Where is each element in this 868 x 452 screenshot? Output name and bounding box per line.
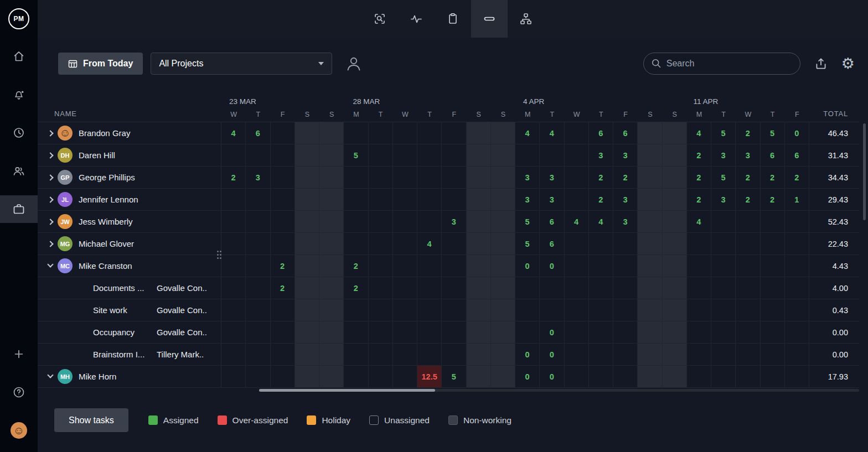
- day-cell[interactable]: 2: [589, 189, 613, 210]
- expand-chevron-icon[interactable]: [47, 130, 53, 136]
- day-cell[interactable]: [515, 321, 540, 343]
- day-cell[interactable]: [221, 189, 246, 210]
- day-cell[interactable]: [271, 167, 295, 188]
- day-cell[interactable]: [663, 255, 687, 277]
- day-cell[interactable]: [736, 233, 760, 254]
- day-cell[interactable]: [417, 144, 442, 166]
- day-cell[interactable]: [613, 255, 638, 277]
- day-cell[interactable]: [442, 122, 466, 144]
- day-cell[interactable]: [491, 321, 515, 343]
- assignee-filter-button[interactable]: [344, 54, 363, 73]
- day-cell[interactable]: [442, 344, 466, 365]
- day-cell[interactable]: 5: [711, 167, 736, 188]
- day-cell[interactable]: [663, 299, 687, 321]
- day-cell[interactable]: [221, 144, 246, 166]
- day-cell[interactable]: [246, 344, 270, 365]
- day-cell[interactable]: 0: [515, 344, 540, 365]
- day-cell[interactable]: [221, 255, 246, 277]
- day-cell[interactable]: [663, 321, 687, 343]
- tab-workflow[interactable]: [508, 0, 544, 38]
- day-cell[interactable]: [417, 211, 442, 232]
- day-cell[interactable]: [638, 167, 662, 188]
- day-cell[interactable]: [295, 255, 319, 277]
- day-cell[interactable]: [589, 277, 613, 299]
- day-cell[interactable]: [271, 211, 295, 232]
- task-row-name[interactable]: Brainstorm I...Tillery Mark..: [38, 344, 221, 365]
- day-cell[interactable]: [221, 366, 246, 387]
- collapse-chevron-icon[interactable]: [47, 372, 53, 378]
- day-cell[interactable]: 5: [442, 366, 466, 387]
- day-cell[interactable]: 4: [221, 122, 246, 144]
- sidebar-item-notifications[interactable]: [0, 81, 38, 108]
- day-cell[interactable]: [417, 321, 442, 343]
- day-cell[interactable]: [344, 122, 368, 144]
- day-cell[interactable]: [271, 321, 295, 343]
- day-cell[interactable]: [417, 122, 442, 144]
- search-input[interactable]: [666, 59, 793, 69]
- day-cell[interactable]: [687, 321, 711, 343]
- day-cell[interactable]: [565, 233, 589, 254]
- day-cell[interactable]: [565, 189, 589, 210]
- day-cell[interactable]: [565, 344, 589, 365]
- tab-activity[interactable]: [398, 0, 435, 38]
- day-cell[interactable]: 6: [589, 122, 613, 144]
- day-cell[interactable]: [344, 344, 368, 365]
- tab-notes[interactable]: [435, 0, 471, 38]
- day-cell[interactable]: [344, 167, 368, 188]
- day-cell[interactable]: [663, 233, 687, 254]
- day-cell[interactable]: [711, 211, 736, 232]
- day-cell[interactable]: [491, 233, 515, 254]
- day-cell[interactable]: [761, 344, 785, 365]
- person-row-name[interactable]: MHMike Horn: [38, 366, 221, 387]
- day-cell[interactable]: [761, 255, 785, 277]
- day-cell[interactable]: [442, 321, 466, 343]
- day-cell[interactable]: [736, 211, 760, 232]
- day-cell[interactable]: [785, 344, 809, 365]
- day-cell[interactable]: [515, 299, 540, 321]
- day-cell[interactable]: [221, 277, 246, 299]
- day-cell[interactable]: [613, 299, 638, 321]
- day-cell[interactable]: [246, 255, 270, 277]
- day-cell[interactable]: [638, 189, 662, 210]
- task-row-name[interactable]: OccupancyGovalle Con..: [38, 321, 221, 343]
- day-cell[interactable]: [442, 167, 466, 188]
- day-cell[interactable]: [663, 344, 687, 365]
- day-cell[interactable]: [711, 277, 736, 299]
- day-cell[interactable]: 0: [785, 122, 809, 144]
- day-cell[interactable]: [467, 366, 491, 387]
- day-cell[interactable]: [295, 277, 319, 299]
- day-cell[interactable]: [295, 122, 319, 144]
- day-cell[interactable]: [467, 321, 491, 343]
- day-cell[interactable]: [295, 321, 319, 343]
- day-cell[interactable]: [613, 277, 638, 299]
- day-cell[interactable]: [711, 344, 736, 365]
- day-cell[interactable]: [663, 167, 687, 188]
- day-cell[interactable]: 5: [344, 144, 368, 166]
- day-cell[interactable]: [246, 189, 270, 210]
- day-cell[interactable]: [271, 144, 295, 166]
- day-cell[interactable]: [271, 122, 295, 144]
- day-cell[interactable]: [761, 233, 785, 254]
- day-cell[interactable]: [467, 344, 491, 365]
- day-cell[interactable]: [711, 233, 736, 254]
- day-cell[interactable]: [663, 211, 687, 232]
- day-cell[interactable]: [736, 255, 760, 277]
- day-cell[interactable]: [565, 122, 589, 144]
- day-cell[interactable]: [295, 344, 319, 365]
- day-cell[interactable]: 2: [761, 167, 785, 188]
- day-cell[interactable]: [785, 299, 809, 321]
- projects-dropdown[interactable]: All Projects: [151, 53, 332, 75]
- day-cell[interactable]: 3: [540, 189, 564, 210]
- day-cell[interactable]: [663, 277, 687, 299]
- day-cell[interactable]: [565, 255, 589, 277]
- day-cell[interactable]: [319, 255, 344, 277]
- day-cell[interactable]: [246, 211, 270, 232]
- day-cell[interactable]: 2: [589, 167, 613, 188]
- day-cell[interactable]: [467, 189, 491, 210]
- task-row-name[interactable]: Site workGovalle Con..: [38, 299, 221, 321]
- task-row-name[interactable]: Documents ...Govalle Con..: [38, 277, 221, 299]
- day-cell[interactable]: 2: [271, 255, 295, 277]
- day-cell[interactable]: [638, 233, 662, 254]
- day-cell[interactable]: 12.5: [417, 366, 442, 387]
- export-button[interactable]: [814, 56, 828, 71]
